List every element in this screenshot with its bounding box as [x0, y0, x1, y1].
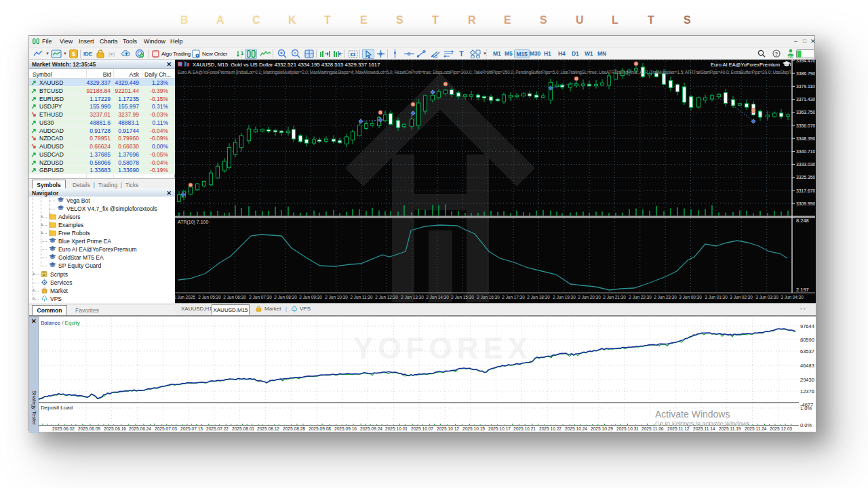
svg-text:2 Jun 19:30: 2 Jun 19:30	[553, 295, 576, 300]
svg-text:2 Jun 17:30: 2 Jun 17:30	[502, 295, 525, 300]
svg-text:2 Jun 10:30: 2 Jun 10:30	[325, 295, 348, 300]
svg-text:2 Jun 16:30: 2 Jun 16:30	[477, 295, 500, 300]
svg-text:3356.070: 3356.070	[796, 123, 815, 128]
svg-text:ATR(10) 7.100: ATR(10) 7.100	[178, 220, 208, 225]
svg-text:2 Jun 09:30: 2 Jun 09:30	[299, 295, 322, 300]
svg-text:2 Jun 06:30: 2 Jun 06:30	[223, 295, 246, 300]
svg-text:3386.790: 3386.790	[796, 71, 815, 76]
svg-text:8.248: 8.248	[796, 218, 809, 224]
svg-text:1: 1	[241, 50, 244, 56]
svg-text:2 Jun 11:30: 2 Jun 11:30	[351, 295, 373, 300]
svg-text:3325.350: 3325.350	[796, 175, 815, 180]
svg-text:2 Jun 20:30: 2 Jun 20:30	[578, 295, 601, 300]
svg-text:3348.390: 3348.390	[796, 136, 815, 141]
svg-text:2 Jun 13:30: 2 Jun 13:30	[401, 295, 424, 300]
svg-text:3363.750: 3363.750	[796, 110, 815, 115]
svg-text:2 Jun 23:30: 2 Jun 23:30	[654, 295, 677, 300]
svg-text:3 Jun 00:30: 3 Jun 00:30	[679, 295, 702, 300]
svg-text:YOFOREX: YOFOREX	[353, 331, 532, 365]
svg-text:2 Jun 07:30: 2 Jun 07:30	[249, 295, 272, 300]
svg-text:3333.030: 3333.030	[796, 162, 815, 167]
svg-text:3 Jun 01:30: 3 Jun 01:30	[705, 295, 728, 300]
svg-text:3394.470: 3394.470	[796, 60, 815, 63]
svg-text:Euro AI EA@YoForexPremium [Ini: Euro AI EA@YoForexPremium [InitialLot=0.…	[178, 70, 815, 75]
svg-text:3340.710: 3340.710	[796, 149, 815, 154]
svg-text:2 Jun 21:30: 2 Jun 21:30	[603, 295, 626, 300]
svg-text:2 Jun 12:30: 2 Jun 12:30	[375, 295, 398, 300]
svg-text:2 Jun 18:30: 2 Jun 18:30	[527, 295, 550, 300]
svg-text:2 Jun 08:30: 2 Jun 08:30	[274, 295, 297, 300]
svg-text:3 Jun 03:30: 3 Jun 03:30	[755, 295, 778, 300]
svg-text:2.197: 2.197	[796, 287, 809, 293]
svg-text:Euro AI EA@YoForexPremium: Euro AI EA@YoForexPremium	[711, 62, 780, 68]
svg-text:3379.110: 3379.110	[796, 84, 815, 89]
svg-text:3 Jun 02:30: 3 Jun 02:30	[730, 295, 753, 300]
svg-text:3371.430: 3371.430	[796, 97, 815, 102]
svg-text:3309.990: 3309.990	[796, 201, 815, 206]
svg-text:2 Jun 05:30: 2 Jun 05:30	[198, 295, 221, 300]
svg-text:XAUUSD, M15: Gold vs US Dolla: XAUUSD, M15: Gold vs US Dollar 4332.521 …	[193, 62, 380, 68]
svg-text:$: $	[72, 50, 75, 57]
svg-text:2 Jun 2025: 2 Jun 2025	[175, 295, 195, 300]
svg-text:2 Jun 22:30: 2 Jun 22:30	[629, 295, 652, 300]
svg-text:?: ?	[775, 51, 778, 57]
svg-text:LVL: LVL	[788, 56, 793, 59]
svg-text:3317.670: 3317.670	[796, 188, 815, 193]
svg-text:3 Jun 04:30: 3 Jun 04:30	[781, 295, 804, 300]
svg-text:2 Jun 14:30: 2 Jun 14:30	[426, 295, 449, 300]
svg-text:2 Jun 15:30: 2 Jun 15:30	[451, 295, 474, 300]
